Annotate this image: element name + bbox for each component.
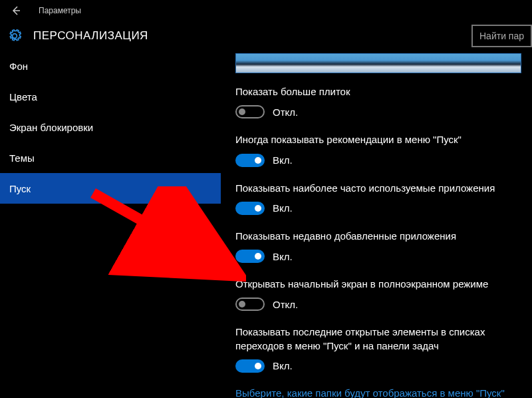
setting-label: Открывать начальный экран в полноэкранно… (235, 278, 515, 291)
sidebar-item-label: Фон (9, 61, 28, 72)
sidebar-item-label: Темы (9, 152, 35, 164)
sidebar-item-background[interactable]: Фон (0, 51, 221, 81)
setting-fullscreen-start: Открывать начальный экран в полноэкранно… (235, 278, 517, 311)
preview-image (235, 53, 521, 73)
sidebar-item-themes[interactable]: Темы (0, 142, 221, 173)
toggle-state: Вкл. (273, 154, 293, 166)
setting-most-used: Показывать наиболее часто используемые п… (235, 182, 517, 215)
arrow-left-icon (11, 5, 21, 16)
setting-recommendations: Иногда показывать рекомендации в меню "П… (235, 133, 517, 166)
toggle-state: Откл. (273, 299, 298, 310)
choose-folders-link[interactable]: Выберите, какие папки будут отображаться… (235, 387, 517, 398)
toggle-more-tiles[interactable] (235, 105, 265, 118)
toggle-jumplist[interactable] (235, 359, 265, 373)
sidebar-item-colors[interactable]: Цвета (0, 81, 221, 112)
toggle-recommendations[interactable] (235, 154, 265, 167)
toggle-fullscreen-start[interactable] (235, 298, 265, 311)
gear-icon (8, 29, 21, 43)
toggle-state: Вкл. (273, 202, 293, 214)
header: ПЕРСОНАЛИЗАЦИЯ Найти пар (0, 21, 532, 51)
sidebar-item-label: Экран блокировки (9, 122, 93, 133)
setting-label: Показать больше плиток (235, 85, 515, 99)
window-title: Параметры (39, 6, 81, 15)
main-panel: Показать больше плиток Откл. Иногда пока… (221, 51, 532, 398)
search-placeholder: Найти пар (479, 31, 524, 41)
setting-recently-added: Показывать недавно добавленные приложени… (235, 230, 517, 263)
titlebar: Параметры (0, 0, 532, 21)
sidebar-item-label: Пуск (9, 183, 31, 194)
page-title: ПЕРСОНАЛИЗАЦИЯ (33, 29, 148, 43)
sidebar-item-start[interactable]: Пуск (0, 173, 221, 204)
setting-label: Показывать недавно добавленные приложени… (235, 230, 515, 243)
sidebar-item-lockscreen[interactable]: Экран блокировки (0, 112, 221, 142)
search-input[interactable]: Найти пар (471, 25, 532, 47)
sidebar-item-label: Цвета (9, 91, 37, 102)
setting-label: Показывать наиболее часто используемые п… (235, 182, 515, 195)
toggle-state: Вкл. (273, 360, 293, 371)
setting-more-tiles: Показать больше плиток Откл. (235, 85, 517, 118)
setting-jumplist: Показывать последние открытые элементы в… (235, 325, 517, 373)
sidebar: Фон Цвета Экран блокировки Темы Пуск (0, 51, 221, 398)
setting-label: Показывать последние открытые элементы в… (235, 325, 515, 353)
toggle-state: Откл. (273, 106, 298, 118)
setting-label: Иногда показывать рекомендации в меню "П… (235, 133, 515, 146)
back-button[interactable] (7, 1, 25, 20)
toggle-recently-added[interactable] (235, 250, 265, 263)
toggle-state: Вкл. (273, 251, 293, 262)
toggle-most-used[interactable] (235, 202, 265, 215)
